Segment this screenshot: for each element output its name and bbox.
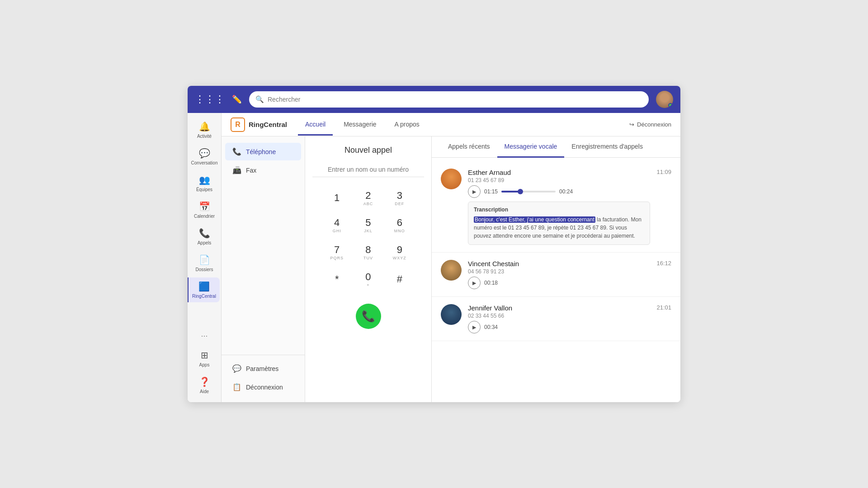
logout-button[interactable]: ↪ Déconnexion xyxy=(629,121,671,128)
avatar-esther xyxy=(441,169,462,189)
tab-messagerie[interactable]: Messagerie xyxy=(336,114,383,136)
call-button[interactable]: 📞 xyxy=(356,304,381,329)
sidebar-item-appels[interactable]: 📞 Appels xyxy=(190,224,219,249)
vm-timestamp-esther: 11:09 xyxy=(656,169,671,175)
vm-phone-jennifer: 02 33 44 55 66 xyxy=(468,313,650,319)
ringcentral-icon: 🟦 xyxy=(198,281,210,292)
dialpad-panel: Nouvel appel 1 2 ABC 3 DEF xyxy=(305,136,432,402)
brand-name: RingCentral xyxy=(249,121,287,128)
sidebar-item-dossiers[interactable]: 📄 Dossiers xyxy=(190,251,219,276)
tab-appels-recents[interactable]: Appels récents xyxy=(441,136,497,158)
topbar: ⋮⋮⋮ ✏️ 🔍 xyxy=(188,86,680,113)
sidebar-label-equipes: Équipes xyxy=(196,187,212,192)
sidebar-item-apps[interactable]: ⊞ Apps xyxy=(190,346,219,371)
deconnexion-label: Déconnexion xyxy=(246,384,283,391)
search-input[interactable] xyxy=(268,96,642,103)
sidebar-item-ringcentral[interactable]: 🟦 RingCentral xyxy=(188,277,220,302)
vm-name-jennifer: Jennifer Vallon xyxy=(468,304,650,312)
sidebar-item-conversation[interactable]: 💬 Conversation xyxy=(190,144,219,169)
sidebar-label-activite: Activité xyxy=(197,134,212,139)
vm-progress-esther[interactable] xyxy=(501,191,556,192)
sidebar-item-aide[interactable]: ❓ Aide xyxy=(190,373,219,398)
key-1[interactable]: 1 xyxy=(323,186,351,210)
sidebar-label-aide: Aide xyxy=(200,389,209,394)
sidebar-label-dossiers: Dossiers xyxy=(196,267,213,272)
sidebar-label-conversation: Conversation xyxy=(191,160,218,165)
parametres-label: Paramètres xyxy=(246,365,278,372)
sidebar-item-activite[interactable]: 🔔 Activité xyxy=(190,117,219,142)
vm-info-vincent: Vincent Chestain 04 56 78 91 23 ▶ 00:18 xyxy=(468,260,650,289)
sidebar-item-equipes[interactable]: 👥 Équipes xyxy=(190,171,219,196)
key-3[interactable]: 3 DEF xyxy=(386,186,413,210)
teams-icon: 👥 xyxy=(199,174,210,185)
key-hash[interactable]: # xyxy=(386,267,413,291)
phone-icon: 📞 xyxy=(199,228,210,239)
logout-label: Déconnexion xyxy=(637,121,671,128)
content-area: R RingCentral Accueil Messagerie A propo… xyxy=(222,113,680,402)
sidebar: 🔔 Activité 💬 Conversation 👥 Équipes 📅 Ca… xyxy=(188,113,222,402)
app-window: ⋮⋮⋮ ✏️ 🔍 🔔 Activité 💬 Conversation 👥 Équ xyxy=(188,86,680,402)
apps-icon: ⊞ xyxy=(201,350,208,361)
avatar-vincent xyxy=(441,260,462,281)
dialpad-title: Nouvel appel xyxy=(344,145,392,155)
calendar-icon: 📅 xyxy=(199,201,210,212)
search-bar[interactable]: 🔍 xyxy=(249,91,649,108)
tab-accueil[interactable]: Accueil xyxy=(298,114,333,136)
grid-icon[interactable]: ⋮⋮⋮ xyxy=(195,94,225,105)
tab-messagerie-vocale[interactable]: Messagerie vocale xyxy=(497,136,565,158)
right-panel: Appels récents Messagerie vocale Enregis… xyxy=(432,136,680,402)
key-9[interactable]: 9 WXYZ xyxy=(386,240,413,264)
vm-info-jennifer: Jennifer Vallon 02 33 44 55 66 ▶ 00:34 xyxy=(468,304,650,333)
vm-name-esther: Esther Arnaud xyxy=(468,169,650,176)
left-panel-parametres[interactable]: 💬 Paramètres xyxy=(225,360,301,377)
key-8[interactable]: 8 TUV xyxy=(354,240,382,264)
key-star[interactable]: * xyxy=(323,267,351,291)
left-panel: 📞 Téléphone 📠 Fax 💬 Paramètres xyxy=(222,136,305,402)
edit-icon[interactable]: ✏️ xyxy=(232,94,242,104)
vm-timestamp-vincent: 16:12 xyxy=(656,260,671,267)
key-0[interactable]: 0 + xyxy=(354,267,382,291)
left-panel-fax[interactable]: 📠 Fax xyxy=(225,161,301,179)
key-5[interactable]: 5 JKL xyxy=(354,213,382,237)
list-item: Esther Arnaud 01 23 45 67 89 ▶ 01:15 xyxy=(432,161,680,253)
play-button-jennifer[interactable]: ▶ xyxy=(468,321,481,333)
vm-phone-esther: 01 23 45 67 89 xyxy=(468,177,650,183)
three-panel: 📞 Téléphone 📠 Fax 💬 Paramètres xyxy=(222,136,680,402)
tab-enregistrements[interactable]: Enregistrements d'appels xyxy=(564,136,650,158)
transcription-label: Transcription xyxy=(474,206,644,213)
dialpad-input[interactable] xyxy=(312,162,424,177)
bell-icon: 🔔 xyxy=(199,121,210,132)
key-4[interactable]: 4 GHI xyxy=(323,213,351,237)
left-panel-telephone[interactable]: 📞 Téléphone xyxy=(225,143,301,160)
vm-timestamp-jennifer: 21:01 xyxy=(656,304,671,311)
logout-icon: ↪ xyxy=(629,121,634,128)
settings-icon: 💬 xyxy=(232,364,241,373)
play-button-esther[interactable]: ▶ xyxy=(468,185,481,198)
left-panel-deconnexion[interactable]: 📋 Déconnexion xyxy=(225,378,301,396)
key-6[interactable]: 6 MNO xyxy=(386,213,413,237)
transcription-text: Bonjour, c'est Esther, j'ai une question… xyxy=(474,216,644,240)
signout-icon: 📋 xyxy=(232,383,241,391)
nav-tabs: R RingCentral Accueil Messagerie A propo… xyxy=(222,113,680,136)
more-icon[interactable]: ··· xyxy=(201,331,208,341)
sidebar-label-apps: Apps xyxy=(199,362,210,367)
brand-icon: R xyxy=(231,117,245,132)
transcription-highlight: Bonjour, c'est Esther, j'ai une question… xyxy=(474,216,595,223)
play-button-vincent[interactable]: ▶ xyxy=(468,277,481,289)
tab-apropos[interactable]: A propos xyxy=(387,114,427,136)
list-item: Jennifer Vallon 02 33 44 55 66 ▶ 00:34 2… xyxy=(432,297,680,341)
avatar[interactable] xyxy=(656,91,673,108)
key-2[interactable]: 2 ABC xyxy=(354,186,382,210)
vm-phone-vincent: 04 56 78 91 23 xyxy=(468,268,650,275)
vm-player-jennifer: ▶ 00:34 xyxy=(468,321,650,333)
brand-logo: R RingCentral xyxy=(231,117,287,132)
telephone-icon: 📞 xyxy=(232,147,241,156)
sidebar-item-calendrier[interactable]: 📅 Calendrier xyxy=(190,197,219,222)
vm-name-vincent: Vincent Chestain xyxy=(468,260,650,267)
sidebar-label-ringcentral: RingCentral xyxy=(192,294,216,299)
list-item: Vincent Chestain 04 56 78 91 23 ▶ 00:18 … xyxy=(432,253,680,297)
vm-end-time-esther: 00:24 xyxy=(559,188,573,195)
vm-end-time-jennifer: 00:34 xyxy=(484,324,498,330)
transcription-box: Transcription Bonjour, c'est Esther, j'a… xyxy=(468,202,650,245)
key-7[interactable]: 7 PQRS xyxy=(323,240,351,264)
